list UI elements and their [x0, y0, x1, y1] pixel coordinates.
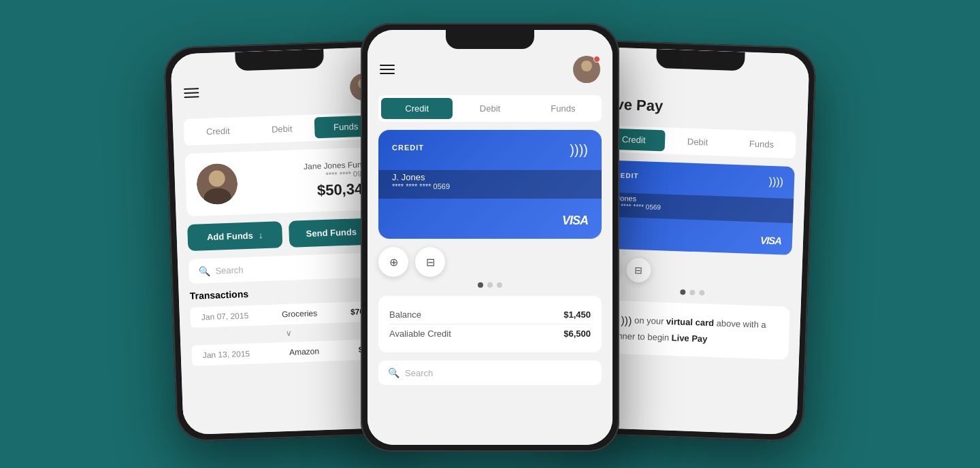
card-name-center: J. Jones — [392, 172, 588, 182]
user-avatar — [196, 163, 238, 205]
card-dot-r2 — [689, 290, 695, 295]
svg-point-3 — [203, 188, 231, 205]
credit-card-right: CREDIT )))) J. Jones **** **** **** 0569… — [596, 160, 795, 255]
phones-container: Credit Debit Funds — [116, 10, 864, 458]
tab-bar-left: Credit Debit Funds — [184, 112, 380, 146]
search-icon-center: 🔍 — [388, 367, 399, 378]
notch-right — [656, 49, 745, 71]
balance-row-1: Balance $1,450 — [389, 305, 591, 324]
balance-label-2: Avaliable Credit — [389, 329, 451, 339]
card-dot-2 — [487, 282, 493, 288]
card-type-center: CREDIT — [392, 144, 588, 152]
nfc-icon: ))) — [621, 312, 632, 329]
tab-funds-center[interactable]: Funds — [527, 98, 599, 119]
tab-debit-right[interactable]: Debit — [666, 130, 730, 153]
menu-icon[interactable] — [184, 88, 199, 98]
tab-debit-center[interactable]: Debit — [454, 98, 525, 119]
card-type-right: CREDIT — [609, 171, 783, 185]
card-dot-3 — [497, 282, 502, 288]
wifi-icon-center: )))) — [570, 142, 588, 158]
fund-info: Jane Jones Funds **** **** 09A3 $50,345 — [246, 160, 372, 202]
avatar-center[interactable] — [573, 56, 600, 83]
balance-value-2: $6,500 — [564, 329, 591, 339]
search-placeholder-left: Search — [215, 265, 244, 275]
tab-debit-left[interactable]: Debit — [250, 118, 314, 141]
menu-icon-center[interactable] — [380, 65, 395, 74]
card-remove-button[interactable]: ⊟ — [415, 247, 445, 277]
balance-value-1: $1,450 — [564, 310, 591, 320]
card-remove-button-right[interactable]: ⊟ — [626, 258, 651, 283]
notch-left — [235, 49, 324, 71]
download-icon: ↓ — [259, 230, 263, 240]
search-placeholder-center: Search — [405, 368, 433, 378]
card-dots-center — [368, 282, 612, 288]
balance-row-2: Avaliable Credit $6,500 — [389, 324, 591, 343]
funds-card: Jane Jones Funds **** **** 09A3 $50,345 — [184, 147, 382, 216]
transaction-date-1: Jan 07, 2015 — [201, 311, 249, 322]
action-buttons: Add Funds ↓ Send Funds ↑ — [187, 218, 384, 251]
search-icon-left: 🔍 — [198, 265, 210, 277]
live-pay-info: Tap ))) on your virtual card above with … — [592, 300, 790, 360]
live-pay-bold-1: virtual card — [666, 316, 715, 328]
tab-bar-right: Credit Debit Funds — [599, 125, 796, 158]
svg-point-2 — [208, 170, 225, 187]
notification-dot-center — [593, 56, 600, 63]
notch-center — [446, 30, 534, 49]
visa-logo-center: VISA — [562, 214, 588, 228]
card-actions-center: ⊕ ⊟ — [378, 247, 602, 277]
search-bar-left[interactable]: 🔍 Search — [189, 252, 385, 284]
search-bar-center[interactable]: 🔍 Search — [378, 361, 602, 385]
tab-funds-right[interactable]: Funds — [730, 133, 794, 156]
live-pay-bold-2: Live Pay — [671, 333, 707, 344]
live-pay-text-2: on your — [634, 315, 666, 327]
add-funds-button[interactable]: Add Funds ↓ — [187, 221, 282, 251]
credit-card-center: CREDIT )))) J. Jones **** **** **** 0569… — [378, 130, 602, 239]
card-dot-1 — [478, 282, 483, 288]
transactions-header: Transactions ↻ — [189, 282, 385, 302]
card-actions-right: ⊕ ⊟ — [595, 256, 791, 288]
screen-center: Credit Debit Funds CREDIT )))) J. Jones … — [368, 30, 612, 445]
tab-credit-left[interactable]: Credit — [186, 120, 250, 143]
svg-point-5 — [581, 61, 592, 71]
svg-point-6 — [577, 73, 596, 83]
tab-bar-center: Credit Debit Funds — [378, 95, 602, 122]
phone-center: Credit Debit Funds CREDIT )))) J. Jones … — [361, 23, 619, 452]
wifi-icon-right: )))) — [768, 176, 783, 188]
balance-section-center: Balance $1,450 Avaliable Credit $6,500 — [378, 296, 602, 352]
card-dot-r3 — [699, 290, 704, 295]
tab-credit-center[interactable]: Credit — [381, 98, 453, 119]
card-dot-r1 — [680, 289, 685, 295]
visa-logo-right: VISA — [760, 234, 782, 246]
fund-balance: $50,345 — [247, 180, 372, 202]
card-add-button[interactable]: ⊕ — [378, 247, 408, 277]
transactions-title: Transactions — [189, 288, 248, 301]
transaction-date-2: Jan 13, 2015 — [203, 349, 250, 360]
transaction-merchant-2: Amazon — [289, 346, 319, 357]
transaction-merchant-1: Groceries — [282, 308, 317, 319]
card-number-center: **** **** **** 0569 — [392, 182, 588, 190]
balance-label-1: Balance — [389, 310, 421, 320]
